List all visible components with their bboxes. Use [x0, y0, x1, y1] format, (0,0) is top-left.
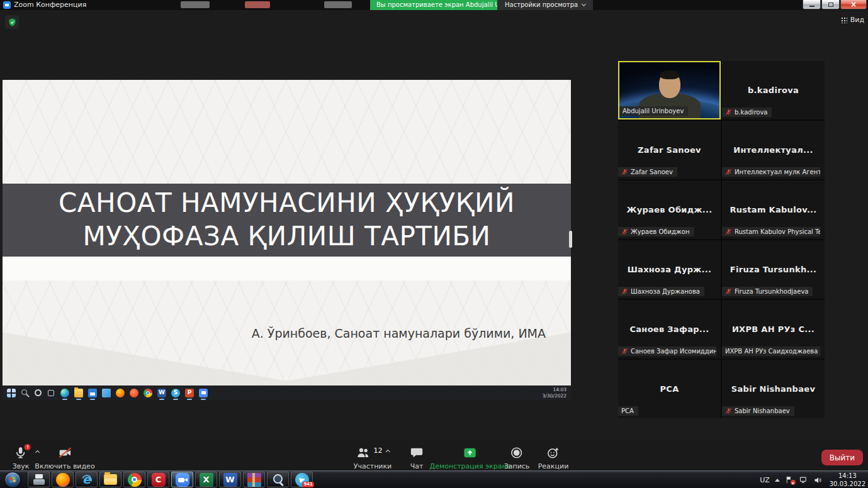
participant-label: Саноев Зафар Исомиддинович...	[618, 347, 716, 356]
participant-label: Abdujalil Urinboyev	[619, 106, 688, 116]
show-hidden-icons[interactable]	[775, 479, 780, 482]
internet-explorer-taskbar-button[interactable]: e	[76, 472, 98, 487]
zoom-window: Zoom Конференция Вы просматриваете экран…	[0, 0, 868, 488]
participant-name: Интеллектуал...	[730, 145, 817, 155]
volume-icon[interactable]	[813, 475, 823, 485]
participant-tile[interactable]: Abdujalil Urinboyev	[618, 61, 721, 119]
participant-tile[interactable]: Жураев Обидж...Жураев Обиджон	[618, 180, 721, 239]
participant-tile[interactable]: Rustam Kabulov...Rustam Kabulov Physical…	[722, 180, 825, 239]
taskbar-date: 30.03.2022	[830, 480, 865, 488]
word-taskbar-button[interactable]: W	[219, 472, 241, 487]
background-window-ghost	[324, 1, 352, 8]
winrar-taskbar-button[interactable]	[243, 472, 265, 487]
muted-mic-icon	[725, 169, 732, 175]
leave-button[interactable]: Выйти	[821, 450, 863, 465]
participant-label-text: Rustam Kabulov Physical Technic...	[735, 228, 820, 235]
presenter-date: 3/30/2022	[543, 393, 566, 399]
record-label: Запись	[504, 462, 530, 470]
participant-tile[interactable]: Шахноза Дурж...Шахноза Дуржанова	[618, 240, 721, 299]
word-icon[interactable]: W	[157, 389, 166, 397]
edge-icon[interactable]	[60, 389, 69, 397]
participant-name: PCA	[656, 384, 682, 394]
task-view-icon[interactable]	[47, 389, 55, 397]
telegram-taskbar-button[interactable]: 941	[291, 472, 313, 487]
participants-count: 12	[373, 446, 382, 455]
participants-chevron[interactable]	[385, 450, 390, 454]
shield-check-icon	[8, 18, 17, 27]
slide-subtitle: А. Ўринбоев, Саноат намуналари бўлими, И…	[252, 326, 546, 340]
minimize-button[interactable]	[803, 0, 821, 9]
participant-name: Firuza Tursunkh...	[726, 265, 820, 274]
muted-mic-icon	[725, 288, 732, 295]
participant-tile[interactable]: Zafar SanoevZafar Sanoev	[618, 121, 721, 179]
file-explorer-taskbar-button[interactable]	[99, 472, 121, 487]
participant-label: Шахноза Дуржанова	[618, 287, 704, 296]
participant-label-text: Шахноза Дуржанова	[631, 288, 700, 295]
firefox-icon[interactable]	[116, 389, 125, 397]
taskbar-clock[interactable]: 14:13 30.03.2022	[830, 472, 865, 488]
share-screen-button[interactable]: Демонстрация экрана	[430, 445, 511, 470]
maximize-button[interactable]	[821, 0, 840, 9]
cortana-icon[interactable]	[35, 389, 42, 396]
audio-alert-badge: !	[25, 444, 31, 450]
participant-tile[interactable]: Firuza Tursunkh...Firuza Tursunkhodjaeva	[722, 240, 825, 299]
slide-title: САНОАТ НАМУНАСИНИ ҲУҚУҚИЙ МУҲОФАЗА ҚИЛИШ…	[23, 187, 551, 253]
photos-icon[interactable]	[102, 389, 111, 397]
opera-icon[interactable]	[130, 389, 138, 397]
search-icon[interactable]	[21, 389, 30, 397]
view-button[interactable]: Вид	[841, 16, 864, 24]
video-label: Включить видео	[35, 462, 94, 470]
participant-label-text: b.kadirova	[735, 109, 767, 116]
chat-label: Чат	[410, 462, 424, 470]
chevron-down-icon	[582, 2, 586, 6]
participant-tile[interactable]: PCAPCA	[618, 360, 721, 418]
participant-name: Саноев Зафар...	[626, 324, 713, 334]
excel-icon: X	[200, 473, 213, 487]
notification-badge: 941	[302, 482, 314, 487]
slide-title-band: САНОАТ НАМУНАСИНИ ҲУҚУҚИЙ МУҲОФАЗА ҚИЛИШ…	[3, 184, 571, 257]
view-settings-button[interactable]: Настройки просмотра	[497, 0, 593, 10]
reactions-button[interactable]: Реакции	[538, 445, 569, 470]
close-button[interactable]: ×	[840, 0, 867, 9]
reactions-icon	[546, 445, 560, 460]
start-icon[interactable]	[7, 389, 16, 397]
excel-taskbar-button[interactable]: X	[195, 472, 217, 487]
shared-screen: САНОАТ НАМУНАСИНИ ҲУҚУҚИЙ МУҲОФАЗА ҚИЛИШ…	[3, 80, 571, 400]
chat-button[interactable]: Чат	[410, 445, 424, 470]
red-c-taskbar-button[interactable]: C	[147, 472, 169, 487]
participants-button[interactable]: 12 Участники	[354, 445, 392, 470]
skype-icon[interactable]: S	[171, 389, 180, 397]
file-explorer-icon	[104, 474, 117, 485]
participant-name: Жураев Обидж...	[623, 205, 716, 214]
scrollbar-thumb[interactable]	[569, 231, 572, 248]
network-icon[interactable]	[799, 475, 808, 485]
fax-taskbar-button[interactable]	[28, 472, 50, 487]
record-button[interactable]: Запись	[504, 445, 530, 470]
start-video-button[interactable]: Включить видео	[35, 445, 94, 470]
chrome-taskbar-button[interactable]	[123, 472, 145, 487]
powerpoint-icon[interactable]: P	[185, 389, 194, 397]
participant-label: Rustam Kabulov Physical Technic...	[722, 227, 820, 236]
zoom-icon[interactable]	[199, 389, 208, 397]
chrome-icon[interactable]	[144, 389, 152, 397]
participant-tile[interactable]: b.kadirovab.kadirova	[722, 61, 825, 119]
muted-mic-icon	[621, 169, 628, 175]
file-explorer-icon[interactable]	[74, 389, 83, 397]
start-button[interactable]	[4, 472, 21, 488]
security-shield-button[interactable]	[5, 15, 19, 29]
action-center-flag-icon[interactable]: x	[785, 475, 794, 484]
zoom-taskbar-button[interactable]	[171, 472, 193, 487]
participant-tile[interactable]: ИХРВ АН РУз С...ИХРВ АН РУз Саидходжаева…	[722, 300, 825, 358]
search-tool-taskbar-button[interactable]	[267, 472, 289, 487]
share-screen-icon	[463, 445, 478, 460]
meeting-controls: ! Звук Включить видео 12 Участники	[0, 440, 868, 470]
participant-tile[interactable]: Sabir NishanbaevSabir Nishanbaev	[722, 360, 825, 418]
firefox-taskbar-button[interactable]	[52, 472, 74, 487]
participant-name: b.kadirova	[744, 86, 803, 95]
participant-tile[interactable]: Интеллектуал...Интеллектуал мулк Агентли…	[722, 121, 825, 179]
participant-name: Sabir Nishanbaev	[728, 384, 819, 394]
keyboard-language[interactable]: UZ	[760, 476, 769, 484]
store-icon[interactable]	[88, 389, 97, 397]
audio-button[interactable]: ! Звук	[13, 445, 30, 470]
participant-tile[interactable]: Саноев Зафар...Саноев Зафар Исомиддинови…	[618, 300, 721, 358]
